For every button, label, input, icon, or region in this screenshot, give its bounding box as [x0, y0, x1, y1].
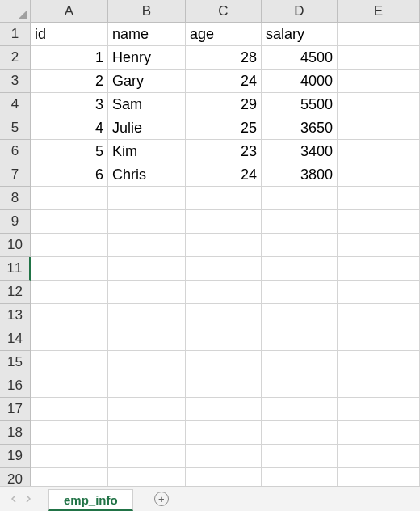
- column-header-D[interactable]: D: [262, 0, 338, 23]
- cell-C13[interactable]: [186, 304, 262, 327]
- cell-B18[interactable]: [108, 421, 186, 445]
- cell-C15[interactable]: [186, 351, 262, 374]
- cell-A7[interactable]: 6: [31, 163, 108, 187]
- cell-D8[interactable]: [262, 187, 338, 210]
- cell-A19[interactable]: [31, 445, 108, 468]
- cell-D15[interactable]: [262, 351, 338, 374]
- column-header-E[interactable]: E: [338, 0, 420, 23]
- cell-B4[interactable]: Sam: [108, 93, 186, 116]
- cell-E9[interactable]: [338, 210, 420, 234]
- row-header-6[interactable]: 6: [0, 140, 31, 163]
- cell-B11[interactable]: [108, 257, 186, 281]
- cell-D14[interactable]: [262, 327, 338, 351]
- cell-A20[interactable]: [31, 468, 108, 486]
- cell-E2[interactable]: [338, 46, 420, 70]
- cell-E10[interactable]: [338, 234, 420, 257]
- cell-B19[interactable]: [108, 445, 186, 468]
- row-header-3[interactable]: 3: [0, 70, 31, 93]
- cell-B10[interactable]: [108, 234, 186, 257]
- row-header-8[interactable]: 8: [0, 187, 31, 210]
- cell-B3[interactable]: Gary: [108, 70, 186, 93]
- cell-D12[interactable]: [262, 281, 338, 304]
- row-header-2[interactable]: 2: [0, 46, 31, 70]
- cell-D7[interactable]: 3800: [262, 163, 338, 187]
- cell-A6[interactable]: 5: [31, 140, 108, 163]
- cell-C5[interactable]: 25: [186, 116, 262, 140]
- cell-C7[interactable]: 24: [186, 163, 262, 187]
- cell-E7[interactable]: [338, 163, 420, 187]
- cell-A5[interactable]: 4: [31, 116, 108, 140]
- cell-C18[interactable]: [186, 421, 262, 445]
- cell-A10[interactable]: [31, 234, 108, 257]
- cell-D20[interactable]: [262, 468, 338, 486]
- add-sheet-button[interactable]: +: [149, 488, 174, 509]
- cell-D5[interactable]: 3650: [262, 116, 338, 140]
- cell-A3[interactable]: 2: [31, 70, 108, 93]
- cell-E15[interactable]: [338, 351, 420, 374]
- cell-D18[interactable]: [262, 421, 338, 445]
- cell-E20[interactable]: [338, 468, 420, 486]
- cell-B8[interactable]: [108, 187, 186, 210]
- cell-A15[interactable]: [31, 351, 108, 374]
- cell-A18[interactable]: [31, 421, 108, 445]
- row-header-18[interactable]: 18: [0, 421, 31, 445]
- cell-C2[interactable]: 28: [186, 46, 262, 70]
- row-header-12[interactable]: 12: [0, 281, 31, 304]
- row-header-14[interactable]: 14: [0, 327, 31, 351]
- cell-A1[interactable]: id: [31, 23, 108, 46]
- cell-C10[interactable]: [186, 234, 262, 257]
- cell-A17[interactable]: [31, 398, 108, 421]
- cell-E17[interactable]: [338, 398, 420, 421]
- cell-D16[interactable]: [262, 374, 338, 398]
- row-header-9[interactable]: 9: [0, 210, 31, 234]
- cell-A14[interactable]: [31, 327, 108, 351]
- cell-B1[interactable]: name: [108, 23, 186, 46]
- cell-E19[interactable]: [338, 445, 420, 468]
- cell-A9[interactable]: [31, 210, 108, 234]
- sheet-nav-prev[interactable]: [6, 490, 21, 508]
- cell-E18[interactable]: [338, 421, 420, 445]
- cell-E13[interactable]: [338, 304, 420, 327]
- cell-E16[interactable]: [338, 374, 420, 398]
- cell-B7[interactable]: Chris: [108, 163, 186, 187]
- row-header-13[interactable]: 13: [0, 304, 31, 327]
- row-header-1[interactable]: 1: [0, 23, 31, 46]
- cell-D3[interactable]: 4000: [262, 70, 338, 93]
- cell-E3[interactable]: [338, 70, 420, 93]
- sheet-nav-next[interactable]: [21, 490, 36, 508]
- cell-D1[interactable]: salary: [262, 23, 338, 46]
- row-header-11[interactable]: 11: [0, 257, 31, 281]
- cell-C19[interactable]: [186, 445, 262, 468]
- cell-C12[interactable]: [186, 281, 262, 304]
- row-header-16[interactable]: 16: [0, 374, 31, 398]
- cell-B15[interactable]: [108, 351, 186, 374]
- cell-C1[interactable]: age: [186, 23, 262, 46]
- row-header-4[interactable]: 4: [0, 93, 31, 116]
- cell-E1[interactable]: [338, 23, 420, 46]
- cell-C8[interactable]: [186, 187, 262, 210]
- cell-A11[interactable]: [31, 257, 108, 281]
- cell-B20[interactable]: [108, 468, 186, 486]
- cell-C6[interactable]: 23: [186, 140, 262, 163]
- cell-C4[interactable]: 29: [186, 93, 262, 116]
- cell-E5[interactable]: [338, 116, 420, 140]
- cell-E12[interactable]: [338, 281, 420, 304]
- row-header-15[interactable]: 15: [0, 351, 31, 374]
- cell-E11[interactable]: [338, 257, 420, 281]
- cell-D9[interactable]: [262, 210, 338, 234]
- cell-D2[interactable]: 4500: [262, 46, 338, 70]
- cell-A16[interactable]: [31, 374, 108, 398]
- cell-C17[interactable]: [186, 398, 262, 421]
- cell-B6[interactable]: Kim: [108, 140, 186, 163]
- cell-D6[interactable]: 3400: [262, 140, 338, 163]
- cell-B16[interactable]: [108, 374, 186, 398]
- cell-D11[interactable]: [262, 257, 338, 281]
- cell-E8[interactable]: [338, 187, 420, 210]
- cell-B17[interactable]: [108, 398, 186, 421]
- row-header-19[interactable]: 19: [0, 445, 31, 468]
- sheet-tab-active[interactable]: emp_info: [48, 489, 133, 511]
- cell-B13[interactable]: [108, 304, 186, 327]
- cell-B12[interactable]: [108, 281, 186, 304]
- cell-C9[interactable]: [186, 210, 262, 234]
- column-header-C[interactable]: C: [186, 0, 262, 23]
